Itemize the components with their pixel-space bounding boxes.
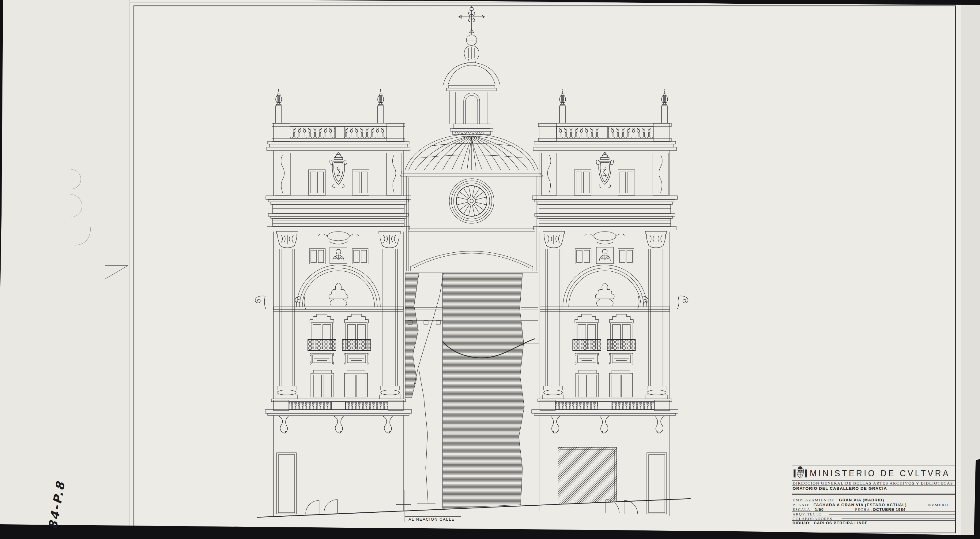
rule — [792, 485, 955, 486]
emplazamiento-value: GRAN VIA (MADRID) — [839, 498, 884, 502]
plano-value: FACHADA A GRAN VIA (ESTADO ACTUAL) — [813, 503, 907, 507]
rule — [792, 480, 955, 480]
fecha-value: OCTUBRE 1984 — [873, 507, 906, 512]
street-alignment-label: ALINEACION CALLE — [409, 517, 455, 522]
emplazamiento-label: EMPLAZAMIENTO: — [792, 498, 835, 502]
rule — [792, 520, 955, 521]
rule — [792, 493, 955, 493]
garage-door — [558, 447, 617, 504]
monument-line: ORATORIO DEL CABALLERO DE GRACIA — [792, 486, 955, 491]
dibujo-row: DIBUJO: CARLOS PEREIRA LINDE — [792, 521, 955, 525]
dibujo-label: DIBUJO: — [792, 521, 811, 525]
scanned-plan-sheet: ALINEACION CALLE 84-P.8 MINISTERIO DE CV… — [0, 0, 980, 539]
spanish-coat-of-arms-icon — [792, 466, 808, 480]
architectural-elevation-drawing: ALINEACION CALLE — [0, 0, 980, 539]
rule — [792, 491, 955, 491]
plano-label: PLANO: — [792, 503, 810, 507]
rule — [792, 466, 955, 466]
department-line: DIRECCION GENERAL DE BELLAS ARTES ARCHIV… — [792, 481, 955, 486]
dibujo-value: CARLOS PEREIRA LINDE — [814, 521, 868, 525]
rule — [792, 479, 955, 479]
title-block: MINISTERIO DE CVLTVRA DIRECCION GENERAL … — [792, 465, 956, 526]
rule — [792, 525, 955, 525]
escala-value: 1/50 — [815, 507, 824, 512]
rule — [829, 514, 955, 515]
escala-label: ESCALA: — [792, 507, 812, 512]
rule — [842, 518, 955, 519]
ministry-title: MINISTERIO DE CVLTVRA — [810, 466, 955, 480]
rule — [792, 507, 955, 507]
